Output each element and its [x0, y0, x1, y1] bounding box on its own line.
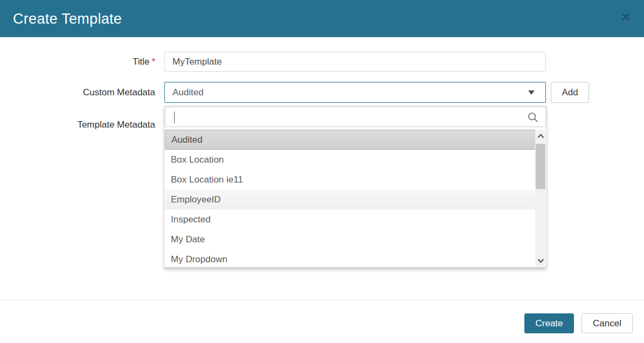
create-button[interactable]: Create — [524, 313, 574, 333]
list-item[interactable]: My Dropdown — [165, 249, 536, 267]
dropdown-search-input[interactable] — [165, 107, 545, 127]
scroll-down-icon[interactable] — [535, 255, 546, 267]
dropdown-scrollbar[interactable] — [535, 130, 546, 267]
dropdown-list: Audited Box Location Box Location ie11 E… — [165, 130, 536, 267]
custom-metadata-dropdown-panel: Audited Box Location Box Location ie11 E… — [164, 106, 547, 268]
cancel-button[interactable]: Cancel — [581, 313, 633, 333]
add-button[interactable]: Add — [551, 82, 589, 103]
custom-metadata-select[interactable]: Audited — [164, 82, 546, 103]
footer-divider — [0, 300, 644, 300]
list-item[interactable]: EmployeeID — [165, 190, 536, 209]
chevron-down-icon — [528, 90, 535, 95]
title-input[interactable] — [164, 52, 546, 72]
custom-metadata-selected-value: Audited — [172, 87, 528, 98]
title-label-text: Title — [133, 57, 150, 67]
scroll-up-icon[interactable] — [535, 130, 546, 142]
search-icon — [528, 112, 538, 125]
custom-metadata-label: Custom Metadata — [83, 87, 155, 98]
required-asterisk: * — [151, 57, 155, 67]
create-template-dialog: Create Template ✕ Title* Custom Metadata… — [0, 0, 644, 343]
dialog-title: Create Template — [13, 10, 122, 27]
template-metadata-label: Template Metadata — [77, 120, 155, 130]
title-label: Title* — [133, 57, 155, 67]
scrollbar-thumb[interactable] — [536, 144, 545, 189]
dropdown-search-box[interactable] — [165, 107, 546, 127]
close-icon[interactable]: ✕ — [619, 10, 633, 24]
list-item[interactable]: Box Location — [165, 150, 536, 170]
list-item[interactable]: Audited — [165, 130, 536, 150]
list-item[interactable]: Inspected — [165, 209, 536, 229]
list-item[interactable]: Box Location ie11 — [165, 170, 536, 190]
list-item[interactable]: My Date — [165, 229, 536, 249]
text-cursor — [174, 111, 175, 123]
dialog-header: Create Template ✕ — [0, 0, 644, 37]
